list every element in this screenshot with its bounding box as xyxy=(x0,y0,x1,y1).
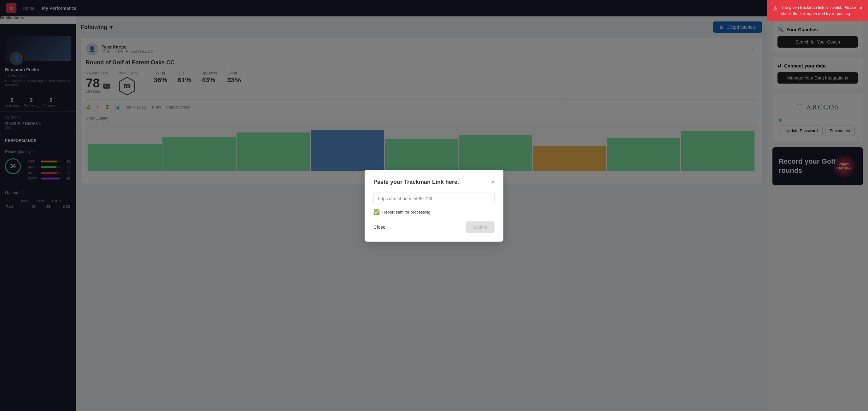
modal-header: Paste your Trackman Link here. × xyxy=(373,179,495,186)
modal-overlay[interactable]: Paste your Trackman Link here. × ✅ Repor… xyxy=(0,0,868,411)
modal-title: Paste your Trackman Link here. xyxy=(373,179,459,186)
modal-actions: Close Submit xyxy=(373,221,495,233)
success-icon: ✅ xyxy=(373,209,380,215)
modal-submit-button[interactable]: Submit xyxy=(466,221,495,233)
modal-success-message: ✅ Report sent for processing xyxy=(373,209,495,215)
modal-close-icon[interactable]: × xyxy=(491,179,495,186)
trackman-modal: Paste your Trackman Link here. × ✅ Repor… xyxy=(365,170,503,242)
toast-close-icon[interactable]: × xyxy=(860,4,862,12)
warning-icon: ⚠ xyxy=(773,4,778,13)
error-toast: ⚠ The given trackman link is invalid. Pl… xyxy=(767,0,868,21)
toast-message: The given trackman link is invalid. Plea… xyxy=(781,4,856,17)
trackman-link-input[interactable] xyxy=(373,192,495,205)
modal-close-button[interactable]: Close xyxy=(373,224,385,230)
success-text: Report sent for processing xyxy=(382,210,430,215)
